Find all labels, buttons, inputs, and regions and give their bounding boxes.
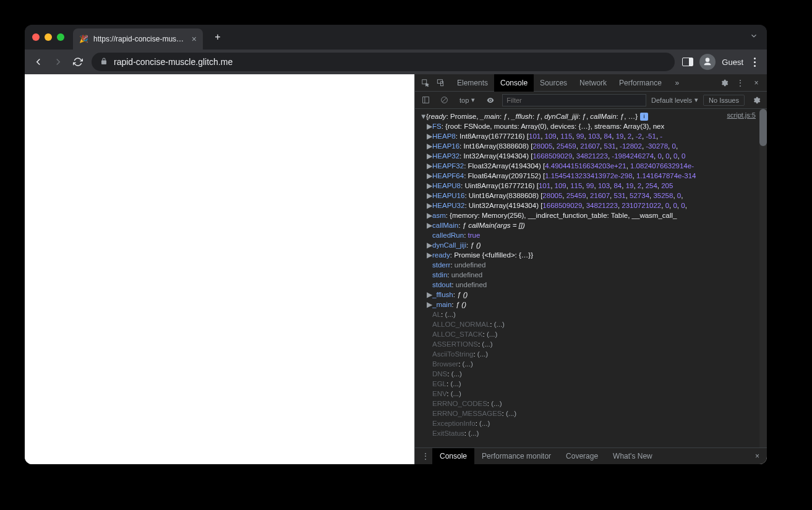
devtools-menu-button[interactable]: ⋮ (733, 76, 747, 90)
console-filter-input[interactable] (502, 94, 646, 106)
content-area: ElementsConsoleSourcesNetworkPerformance… (25, 74, 767, 464)
drawer-tab-what-s-new[interactable]: What's New (605, 448, 660, 465)
object-property[interactable]: ▶ready: Promise {<fulfilled>: {…}} (420, 250, 764, 260)
object-property[interactable]: ▶dynCall_jiji: ƒ () (420, 240, 764, 250)
object-property[interactable]: stdout: undefined (420, 280, 764, 290)
toolbar-right: Guest (682, 54, 759, 70)
devtools-tabs: ElementsConsoleSourcesNetworkPerformance (451, 74, 668, 92)
object-property[interactable]: ▶HEAP8: Int8Array(16777216) [101, 109, 1… (420, 131, 764, 141)
close-tab-button[interactable]: × (192, 34, 197, 44)
object-property[interactable]: ▶callMain: ƒ callMain(args = []) (420, 220, 764, 230)
clear-console-button[interactable] (437, 93, 451, 107)
drawer-tab-console[interactable]: Console (432, 448, 474, 465)
side-panel-button[interactable] (682, 58, 693, 66)
object-property[interactable]: ASSERTIONS: (...) (420, 339, 764, 349)
object-property[interactable]: stderr: undefined (420, 260, 764, 270)
toolbar: rapid-concise-muscle.glitch.me Guest (25, 50, 767, 74)
forward-button[interactable] (52, 56, 64, 68)
close-drawer-button[interactable]: × (751, 452, 763, 460)
object-property[interactable]: ALLOC_NORMAL: (...) (420, 319, 764, 329)
traffic-lights (32, 33, 64, 41)
chrome-menu-button[interactable] (750, 58, 759, 67)
devtools-drawer: ⋮ ConsolePerformance monitorCoverageWhat… (415, 447, 767, 464)
object-property[interactable]: EGL: (...) (420, 379, 764, 389)
devtools-panel: ElementsConsoleSourcesNetworkPerformance… (414, 74, 767, 464)
svg-rect-2 (441, 81, 443, 85)
object-property[interactable]: ERRNO_MESSAGES: (...) (420, 408, 764, 418)
svg-point-7 (490, 99, 491, 100)
object-property[interactable]: ▶_main: ƒ () (420, 300, 764, 309)
devtools-header: ElementsConsoleSourcesNetworkPerformance… (415, 74, 767, 92)
lock-icon (100, 58, 108, 67)
new-tab-button[interactable]: + (209, 28, 226, 46)
object-property[interactable]: ExitStatus: (...) (420, 428, 764, 438)
object-property[interactable]: ALLOC_STACK: (...) (420, 329, 764, 339)
devtools-tab-performance[interactable]: Performance (613, 74, 668, 92)
object-property[interactable]: ▶HEAPF64: Float64Array(2097152) [1.15454… (420, 171, 764, 181)
device-toolbar-button[interactable] (434, 76, 447, 90)
more-panels-button[interactable]: » (670, 76, 684, 90)
execution-context-selector[interactable]: top▾ (456, 96, 479, 104)
log-level-selector[interactable]: Default levels▾ (651, 96, 698, 104)
object-summary[interactable]: ▼{ready: Promise, _main: ƒ, _fflush: ƒ, … (420, 111, 764, 121)
page-viewport[interactable] (25, 74, 414, 464)
object-property[interactable]: ▶HEAPU32: Uint32Array(4194304) [16685090… (420, 201, 764, 210)
scrollbar-thumb[interactable] (759, 109, 767, 146)
object-property[interactable]: AsciiToString: (...) (420, 349, 764, 359)
devtools-tab-console[interactable]: Console (494, 74, 534, 92)
fullscreen-window-button[interactable] (57, 33, 64, 41)
object-property[interactable]: calledRun: true (420, 230, 764, 240)
live-expression-button[interactable] (484, 93, 497, 107)
scrollbar-track (759, 109, 767, 447)
profile-avatar[interactable] (699, 54, 716, 70)
drawer-tab-coverage[interactable]: Coverage (558, 448, 605, 465)
tab-title: https://rapid-concise-muscle.g (93, 35, 187, 43)
profile-label: Guest (722, 58, 743, 67)
object-property[interactable]: AL: (...) (420, 309, 764, 319)
address-bar[interactable]: rapid-concise-muscle.glitch.me (92, 53, 675, 71)
object-property[interactable]: ▶_fflush: ƒ () (420, 290, 764, 300)
console-toolbar: top▾ Default levels▾ No Issues (415, 92, 767, 109)
favicon-icon: 🎉 (79, 35, 88, 43)
reload-button[interactable] (72, 56, 84, 68)
close-window-button[interactable] (32, 33, 40, 41)
devtools-tab-network[interactable]: Network (573, 74, 613, 92)
object-property[interactable]: DNS: (...) (420, 369, 764, 379)
object-property[interactable]: ▶HEAPF32: Float32Array(4194304) [4.49044… (420, 161, 764, 171)
browser-window: 🎉 https://rapid-concise-muscle.g × + rap… (25, 25, 767, 464)
close-devtools-button[interactable]: × (750, 76, 763, 90)
object-property[interactable]: stdin: undefined (420, 270, 764, 280)
svg-line-6 (442, 98, 447, 102)
issues-button[interactable]: No Issues (703, 95, 745, 106)
browser-tab[interactable]: 🎉 https://rapid-concise-muscle.g × (73, 28, 203, 50)
toggle-sidebar-button[interactable] (419, 93, 432, 107)
object-property[interactable]: ▶HEAPU8: Uint8Array(16777216) [101, 109,… (420, 181, 764, 191)
object-property[interactable]: ▶HEAP32: Int32Array(4194304) [1668509029… (420, 151, 764, 161)
minimize-window-button[interactable] (45, 33, 52, 41)
settings-button[interactable] (717, 76, 731, 90)
source-link[interactable]: script.js:5 (727, 110, 756, 120)
object-property[interactable]: ▶FS: {root: FSNode, mounts: Array(0), de… (420, 121, 764, 131)
svg-rect-3 (422, 97, 429, 103)
object-property[interactable]: ERRNO_CODES: (...) (420, 399, 764, 408)
object-property[interactable]: ▶HEAP16: Int16Array(8388608) [28005, 254… (420, 141, 764, 151)
console-output[interactable]: script.js:5 ▼{ready: Promise, _main: ƒ, … (415, 109, 767, 447)
devtools-tab-elements[interactable]: Elements (451, 74, 494, 92)
console-settings-button[interactable] (750, 93, 763, 107)
inspect-element-button[interactable] (419, 76, 432, 90)
object-property[interactable]: ExceptionInfo: (...) (420, 418, 764, 428)
object-property[interactable]: ▶HEAPU16: Uint16Array(8388608) [28005, 2… (420, 191, 764, 201)
object-property[interactable]: Browser: (...) (420, 359, 764, 369)
url-text: rapid-concise-muscle.glitch.me (114, 57, 233, 67)
back-button[interactable] (32, 56, 45, 68)
tab-strip: 🎉 https://rapid-concise-muscle.g × + (25, 25, 767, 50)
devtools-tab-sources[interactable]: Sources (534, 74, 573, 92)
object-property[interactable]: ▶asm: {memory: Memory(256), __indirect_f… (420, 210, 764, 220)
object-property[interactable]: ENV: (...) (420, 389, 764, 399)
drawer-menu-button[interactable]: ⋮ (419, 449, 432, 463)
tab-overflow-button[interactable] (750, 32, 758, 43)
drawer-tab-performance-monitor[interactable]: Performance monitor (474, 448, 558, 465)
